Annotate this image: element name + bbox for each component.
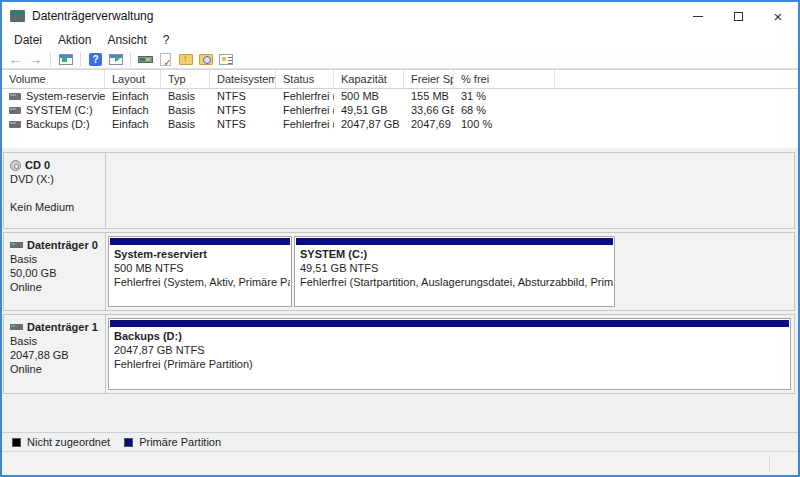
partition-color-strip [296,238,613,245]
window-title: Datenträgerverwaltung [32,9,153,23]
menu-ansicht[interactable]: Ansicht [99,31,154,49]
check-document-icon [160,53,171,66]
disk-0-label-panel[interactable]: Datenträger 0 Basis 50,00 GB Online [4,233,106,310]
volume-status: Fehlerfrei (... [276,104,334,116]
menu-datei[interactable]: Datei [6,31,50,49]
maximize-icon [734,12,743,21]
action-pane-button[interactable] [107,51,124,67]
minimize-icon [693,16,703,17]
volume-layout: Einfach [105,104,161,116]
disk-0-type: Basis [10,252,99,266]
disk-drive-icon [10,242,23,248]
partition-status: Fehlerfrei (System, Aktiv, Primäre Parti… [114,275,286,289]
partition-backups-d[interactable]: Backups (D:) 2047,87 GB NTFS Fehlerfrei … [108,318,791,390]
disk-1-name: Datenträger 1 [27,320,98,334]
properties-button[interactable] [217,51,234,67]
cd-medium-status: Kein Medium [10,200,99,214]
minimize-button[interactable] [678,2,718,30]
disk-1-row: Datenträger 1 Basis 2047,88 GB Online Ba… [3,314,795,394]
disk-icon [138,56,153,63]
toolbar-separator [50,52,51,66]
partition-system-c[interactable]: SYSTEM (C:) 49,51 GB NTFS Fehlerfrei (St… [294,236,615,307]
legend-bar: Nicht zugeordnet Primäre Partition [2,432,798,451]
volume-status: Fehlerfrei (... [276,90,334,102]
menu-hilfe[interactable]: ? [155,31,178,49]
explore-button[interactable] [197,51,214,67]
disk-1-size: 2047,88 GB [10,348,99,362]
volume-free: 2047,69 ... [404,118,454,130]
back-button[interactable]: ← [7,51,24,67]
disk-0-row: Datenträger 0 Basis 50,00 GB Online Syst… [3,232,795,311]
volume-pct-free: 100 % [454,118,555,130]
volume-name: System-reserviert [26,90,105,102]
unallocated-swatch [12,438,21,447]
folder-up-icon [179,54,193,65]
partition-status: Fehlerfrei (Startpartition, Auslagerungs… [300,275,609,289]
volume-name: Backups (D:) [26,118,90,130]
toolbar-separator [130,52,131,66]
partition-system-reserviert[interactable]: System-reserviert 500 MB NTFS Fehlerfrei… [108,236,292,307]
volume-type: Basis [161,90,210,102]
help-button[interactable]: ? [87,51,104,67]
column-header-volume[interactable]: Volume [2,70,105,88]
column-header-typ[interactable]: Typ [161,70,210,88]
column-header-prozent-frei[interactable]: % frei [454,70,555,88]
cd-name: CD 0 [25,158,50,172]
volume-row-system-c[interactable]: SYSTEM (C:) Einfach Basis NTFS Fehlerfre… [2,103,798,117]
check-disk-button[interactable] [157,51,174,67]
close-icon: × [774,9,783,24]
column-header-dateisystem[interactable]: Dateisystem [210,70,276,88]
disk-drive-icon [10,324,23,330]
disk-0-name: Datenträger 0 [27,238,98,252]
partition-title: SYSTEM (C:) [300,247,609,261]
partition-title: Backups (D:) [114,329,785,343]
action-pane-icon [109,54,123,65]
toolbar-separator [80,52,81,66]
column-header-layout[interactable]: Layout [105,70,161,88]
partition-color-strip [110,320,789,327]
volume-capacity: 2047,87 GB [334,118,404,130]
disk-1-label-panel[interactable]: Datenträger 1 Basis 2047,88 GB Online [4,315,106,393]
cd-drive-label-panel[interactable]: CD 0 DVD (X:) Kein Medium [4,153,106,228]
legend-unallocated: Nicht zugeordnet [12,436,110,448]
partition-size-fs: 49,51 GB NTFS [300,261,609,275]
maximize-button[interactable] [718,2,758,30]
close-button[interactable]: × [758,2,798,30]
volume-list-pane: Volume Layout Typ Dateisystem Status Kap… [2,69,798,148]
help-icon: ? [89,53,102,66]
column-header-status[interactable]: Status [276,70,334,88]
folder-search-icon [199,54,213,65]
partition-size-fs: 500 MB NTFS [114,261,286,275]
volume-layout: Einfach [105,90,161,102]
disk-list-button[interactable] [137,51,154,67]
console-tree-icon [59,54,73,65]
volume-row-backups-d[interactable]: Backups (D:) Einfach Basis NTFS Fehlerfr… [2,117,798,131]
menu-bar: Datei Aktion Ansicht ? [2,30,798,50]
menu-aktion[interactable]: Aktion [50,31,99,49]
app-icon [10,10,25,22]
volume-capacity: 49,51 GB [334,104,404,116]
volume-pct-free: 31 % [454,90,555,102]
volume-type: Basis [161,118,210,130]
volume-fs: NTFS [210,118,276,130]
cd-drive-letter: DVD (X:) [10,172,99,186]
partition-title: System-reserviert [114,247,286,261]
partition-color-strip [110,238,290,245]
disk-0-size: 50,00 GB [10,266,99,280]
upgrade-button[interactable] [177,51,194,67]
console-tree-button[interactable] [57,51,74,67]
volume-icon [9,93,21,100]
column-header-freier-speicher[interactable]: Freier Sp... [404,70,454,88]
toolbar: ← → ? [2,50,798,69]
volume-free: 155 MB [404,90,454,102]
legend-primary-partition: Primäre Partition [124,436,221,448]
legend-label: Nicht zugeordnet [27,436,110,448]
graphical-view-pane: CD 0 DVD (X:) Kein Medium Datenträger 0 … [2,150,798,432]
properties-icon [219,54,233,65]
partition-size-fs: 2047,87 GB NTFS [114,343,785,357]
forward-button[interactable]: → [27,51,44,67]
cd-drive-row: CD 0 DVD (X:) Kein Medium [3,152,795,229]
column-header-kapazitaet[interactable]: Kapazität [334,70,404,88]
volume-type: Basis [161,104,210,116]
volume-row-system-reserviert[interactable]: System-reserviert Einfach Basis NTFS Feh… [2,89,798,103]
